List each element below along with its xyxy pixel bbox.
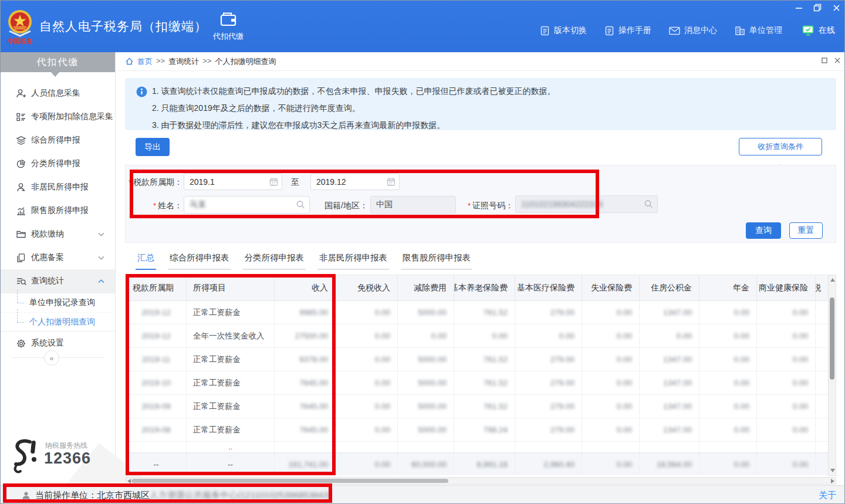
sidebar-item-非居民所得申报[interactable]: 非居民所得申报 [1,175,115,199]
tab-非居民所得申报表[interactable]: 非居民所得申报表 [317,252,389,270]
header-menu-item-单位管理[interactable]: 单位管理 [735,25,782,36]
scroll-left-arrow[interactable] [127,479,131,483]
pane-maximize-icon[interactable] [821,57,828,64]
value-cell: 5000.00 [398,395,454,418]
tab-分类所得申报表[interactable]: 分类所得申报表 [243,252,306,270]
calendar-icon[interactable] [387,177,396,186]
export-button[interactable]: 导出 [136,138,170,156]
breadcrumb-item[interactable]: 查询统计 [168,56,199,67]
value-cell: 0.00 [699,324,757,347]
period-cell: 2019-11 [126,348,187,371]
value-cell: 0.00 [336,348,398,371]
table-header-cell: 所得项目 [187,275,275,300]
tab-汇总[interactable]: 汇总 [136,252,156,270]
header-menu-item-操作手册[interactable]: 操作手册 [604,25,651,36]
breadcrumb-path: >>查询统计>>个人扣缴明细查询 [156,56,276,67]
breadcrumb-item[interactable]: 个人扣缴明细查询 [215,56,276,67]
table-row: 2019-08正常工资薪金7645.000.005000.00798.24279… [126,418,828,442]
value-cell: 0.00 [454,324,515,347]
value-cell: 5000.00 [398,301,454,324]
sidebar-subitem-label: 单位申报记录查询 [29,297,95,308]
total-value-cell: 8,991.16 [454,453,515,475]
sidebar-item-税款缴纳[interactable]: 税款缴纳 [1,222,115,246]
value-cell: 0.00 [336,395,398,418]
search-icon[interactable] [644,199,654,209]
name-input[interactable]: 马某 [184,196,310,214]
sidebar-item-优惠备案[interactable]: 优惠备案 [1,246,115,269]
notice-line: 1. 该查询统计表仅能查询已申报成功的数据，不包含未申报、申报失败，已申报但已作… [152,83,836,100]
scroll-up-arrow[interactable] [830,278,835,282]
sidebar-item-label: 分类所得申报 [31,158,80,169]
total-value-cell: 161,741.00 [275,453,336,475]
chevron-down-icon [98,232,104,236]
income-item-cell: 正常工资薪金 [187,371,275,394]
reset-button[interactable]: 重置 [789,222,823,239]
value-cell: 0.00 [582,348,640,371]
sidebar-item-限售股所得申报[interactable]: 限售股所得申报 [1,199,115,222]
scroll-down-arrow[interactable] [830,469,835,472]
layers-icon [16,136,26,146]
id-input[interactable]: 110102199304222319 [515,195,658,213]
income-item-cell: 正常工资薪金 [187,348,275,371]
period-from-input[interactable]: 2019.1 [184,173,282,190]
online-status[interactable]: 在线 [802,25,835,36]
sidebar-item-综合所得申报[interactable]: 综合所得申报 [1,128,115,152]
sidebar-collapse-button[interactable]: « [44,350,59,366]
period-cell: 2019-08 [126,418,187,441]
header-menu: 版本切换操作手册消息中心单位管理 [540,25,782,36]
table-header-cell: 商业健康保险 [757,275,816,300]
value-cell [816,301,828,324]
table-cell [275,442,336,452]
table-cell [582,442,640,452]
sidebar-item-系统设置[interactable]: 系统设置 [1,332,115,355]
value-cell: 0.00 [757,324,816,347]
tab-限售股所得申报表[interactable]: 限售股所得申报表 [401,252,472,270]
restore-icon[interactable] [813,4,822,12]
tab-综合所得申报表[interactable]: 综合所得申报表 [168,252,231,270]
value-cell: 1347.00 [640,395,699,418]
total-value-cell: 0.00 [699,453,757,475]
close-icon[interactable] [832,4,841,12]
table-header-cell: 住房公积金 [640,275,699,300]
collapse-query-button[interactable]: 收折查询条件 [739,138,822,155]
table-row: 2019-11正常工资薪金9378.000.005000.00761.52279… [126,348,828,371]
about-link[interactable]: 关于 [819,490,836,501]
breadcrumb-home[interactable]: 首页 [137,56,153,67]
tree-line [17,290,18,303]
nationality-label: 国籍/地区： [317,201,368,211]
sidebar-header-caret [51,72,59,81]
header-menu-item-版本切换[interactable]: 版本切换 [540,25,587,36]
value-cell: 0.00 [757,418,816,441]
sidebar-item-专项附加扣除信息采集[interactable]: 专项附加扣除信息采集 [1,105,115,128]
scroll-right-arrow[interactable] [831,479,834,483]
vertical-scroll-thumb[interactable] [830,297,834,380]
minimize-icon[interactable] [794,4,803,12]
pane-close-icon[interactable] [834,57,841,64]
table-row: 2019-09正常工资薪金7645.000.005000.00761.52279… [126,395,828,418]
sidebar-item-分类所得申报[interactable]: 分类所得申报 [1,152,115,175]
horizontal-scroll-thumb[interactable] [131,479,448,483]
value-cell: 1347.00 [640,348,699,371]
value-cell: 0.00 [699,395,757,418]
home-icon [125,57,134,66]
sidebar-subitem-个人扣缴明细查询[interactable]: 个人扣缴明细查询 [1,312,115,331]
search-icon[interactable] [296,200,306,210]
sidebar-item-查询统计[interactable]: 查询统计 [1,269,115,293]
sidebar-item-label: 系统设置 [31,338,64,349]
header-tab-daikoudaijiao[interactable]: 代扣代缴 [204,11,253,49]
period-to-input[interactable]: 2019.12 [310,173,400,190]
sidebar-item-人员信息采集[interactable]: 人员信息采集 [1,82,115,105]
header-menu-item-消息中心[interactable]: 消息中心 [669,25,717,36]
sidebar-subitem-label: 个人扣缴明细查询 [29,317,95,327]
sidebar-subitem-单位申报记录查询[interactable]: 单位申报记录查询 [1,293,115,312]
table-header-cell: 基本养老保险费 [454,275,515,300]
table-header-cell: 基本医疗保险费 [515,275,582,300]
horizontal-scrollbar[interactable] [126,477,836,485]
name-value-redacted: 马某 [190,199,206,210]
table-cell [699,442,757,452]
search-button[interactable]: 查询 [746,222,781,239]
notice-line: 3. 由于数据处理的滞后性，建议您在申报成功3天之后再来查询最新的申报数据。 [152,117,836,134]
income-item-cell: 正常工资薪金 [187,418,275,441]
vertical-scrollbar[interactable] [828,275,836,476]
calendar-icon[interactable] [269,177,278,186]
